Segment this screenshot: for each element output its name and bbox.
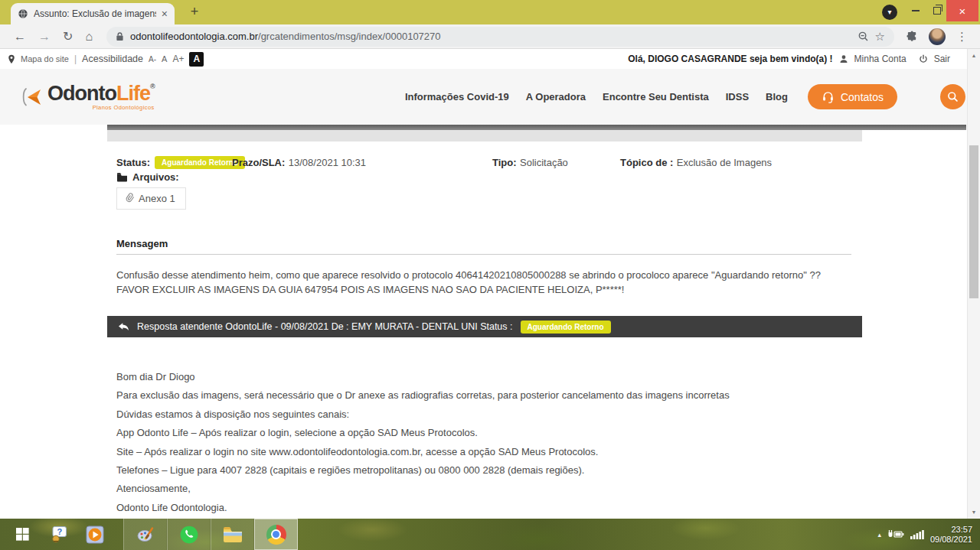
font-larger-button[interactable]: A+ [172, 54, 184, 64]
back-icon[interactable]: ← [14, 31, 26, 43]
extensions-puzzle-icon[interactable] [906, 31, 918, 42]
browser-tab-bar: Assunto: Exclusão de imagens - P × + ▾ × [0, 0, 980, 24]
anexo-label: Anexo 1 [139, 193, 175, 204]
user-icon [839, 54, 848, 63]
windows-logo-icon [16, 528, 29, 541]
taskbar-file-explorer-button[interactable] [211, 519, 254, 550]
network-signal-icon[interactable] [910, 529, 924, 539]
logo-reg: ® [150, 83, 155, 90]
tab-close-icon[interactable]: × [162, 8, 168, 19]
bookmark-star-icon[interactable]: ☆ [875, 30, 885, 44]
anexo-link[interactable]: Anexo 1 [116, 187, 186, 210]
folder-icon [116, 172, 128, 182]
new-tab-button[interactable]: + [187, 5, 202, 20]
nav-a-operadora[interactable]: A Operadora [526, 91, 586, 103]
resposta-line: Atenciosamente, [116, 480, 859, 498]
mensagem-text: Confusão desse atendimento heim, como qu… [116, 268, 850, 297]
zoom-out-icon[interactable] [858, 31, 869, 42]
contatos-label: Contatos [841, 91, 884, 103]
clock-date: 09/08/2021 [930, 535, 972, 545]
url-input[interactable]: odontolifeodontologia.com.br/grcatendime… [106, 27, 894, 47]
taskbar-paint-button[interactable] [123, 519, 167, 550]
scrollbar-thumb[interactable] [969, 145, 978, 298]
resposta-header-text: Resposta atendente OdontoLife - 09/08/20… [137, 321, 513, 332]
nav-idss[interactable]: IDSS [726, 91, 749, 103]
site-accessibility-bar: Mapa do site | Acessibilidade A- A A+ A … [0, 49, 967, 69]
browser-update-icon[interactable]: ▾ [882, 5, 897, 20]
window-close-button[interactable]: × [946, 0, 978, 21]
menu-kebab-icon[interactable]: ⋮ [956, 30, 968, 44]
start-button[interactable] [5, 519, 41, 550]
status-field: Status:Aguardando Retorno [116, 155, 245, 169]
site-search-button[interactable] [940, 84, 965, 109]
taskbar-media-player-button[interactable] [77, 519, 113, 550]
resposta-line: Para exclusão das imagens, será necessár… [116, 386, 859, 405]
screen: Assunto: Exclusão de imagens - P × + ▾ ×… [0, 0, 980, 550]
window-minimize-button[interactable] [905, 0, 926, 21]
resposta-header-bar: Resposta atendente OdontoLife - 09/08/20… [107, 316, 862, 337]
taskbar-chrome-button[interactable] [254, 519, 298, 550]
mensagem-divider [116, 254, 851, 255]
link-minha-conta[interactable]: Minha Conta [854, 54, 906, 64]
system-tray: ▴ 23:57 09/08/2021 [877, 525, 980, 545]
font-smaller-button[interactable]: A- [149, 55, 156, 63]
high-contrast-button[interactable]: A [189, 52, 204, 67]
browser-tab[interactable]: Assunto: Exclusão de imagens - P × [11, 3, 175, 24]
profile-avatar[interactable] [929, 28, 946, 45]
headset-icon [822, 90, 835, 103]
resposta-status-badge: Aguardando Retorno [521, 321, 611, 334]
windows-taskbar: ? ▴ 23:57 09/08/2021 [0, 519, 980, 550]
browser-address-bar: ← → ↻ ⌂ odontolifeodontologia.com.br/grc… [0, 24, 980, 49]
nav-encontre-seu-dentista[interactable]: Encontre Seu Dentista [603, 91, 709, 103]
link-sair[interactable]: Sair [934, 54, 950, 64]
arquivos-row: Arquivos: [116, 171, 179, 183]
reload-icon[interactable]: ↻ [63, 31, 73, 43]
link-mapa-do-site[interactable]: Mapa do site [21, 54, 69, 63]
prazo-field: Prazo/SLA: 13/08/2021 10:31 [232, 155, 366, 169]
nav-informacoes-covid[interactable]: Informações Covid-19 [405, 91, 509, 103]
tab-title: Assunto: Exclusão de imagens - P [34, 8, 156, 19]
prazo-value: 13/08/2021 10:31 [289, 157, 366, 168]
arquivos-label: Arquivos: [132, 171, 179, 183]
page-scrollbar[interactable]: ▲ ▼ [967, 49, 980, 519]
scroll-up-icon[interactable]: ▲ [968, 53, 980, 58]
taskbar-whatsapp-button[interactable] [167, 519, 211, 550]
site-page: Mapa do site | Acessibilidade A- A A+ A … [0, 49, 980, 519]
svg-text:?: ? [57, 527, 62, 536]
scroll-down-icon[interactable]: ▼ [968, 509, 980, 515]
minimize-icon [912, 10, 920, 11]
site-header: OdontoLife® Planos Odontológicos Informa… [0, 69, 980, 125]
separator: | [74, 54, 77, 64]
nav-blog[interactable]: Blog [766, 91, 788, 103]
resposta-line: Bom dia Dr Diogo [116, 368, 859, 386]
file-explorer-icon [223, 526, 243, 543]
resposta-line: Odonto Life Odontologia. [116, 499, 859, 517]
font-normal-button[interactable]: A [162, 54, 167, 63]
resposta-line: Telefones – Ligue para 4007 2828 (capita… [116, 461, 859, 480]
power-icon [919, 54, 928, 63]
globe-favicon-icon [18, 8, 28, 19]
restore-icon [933, 7, 941, 15]
url-path: /grcatendimentos/msg/index/0000107270 [258, 31, 441, 42]
odontolife-logo[interactable]: OdontoLife® Planos Odontológicos [20, 83, 155, 111]
window-restore-button[interactable] [926, 0, 948, 21]
resposta-body: Bom dia Dr Diogo Para exclusão das image… [116, 368, 859, 517]
status-label: Status: [116, 157, 150, 168]
tipo-field: Tipo: Solicitação [492, 155, 568, 169]
label-acessibilidade: Acessibilidade [82, 54, 143, 64]
url-text: odontolifeodontologia.com.br/grcatendime… [130, 31, 440, 42]
home-icon[interactable]: ⌂ [85, 31, 93, 43]
prazo-label: Prazo/SLA: [232, 157, 285, 168]
tray-chevron-icon[interactable]: ▴ [877, 531, 881, 539]
contatos-button[interactable]: Contatos [808, 84, 897, 109]
map-pin-icon [8, 54, 15, 64]
topico-label: Tópico de : [620, 157, 673, 168]
logo-text: OdontoLife® Planos Odontológicos [47, 83, 155, 111]
forward-icon[interactable]: → [38, 31, 51, 43]
battery-icon[interactable] [887, 529, 904, 539]
topico-field: Tópico de : Exclusão de Imagens [620, 155, 772, 169]
taskbar-clock[interactable]: 23:57 09/08/2021 [930, 525, 972, 545]
topico-value: Exclusão de Imagens [677, 157, 772, 168]
mensagem-heading: Mensagem [116, 238, 168, 249]
taskbar-help-button[interactable]: ? [41, 519, 77, 550]
